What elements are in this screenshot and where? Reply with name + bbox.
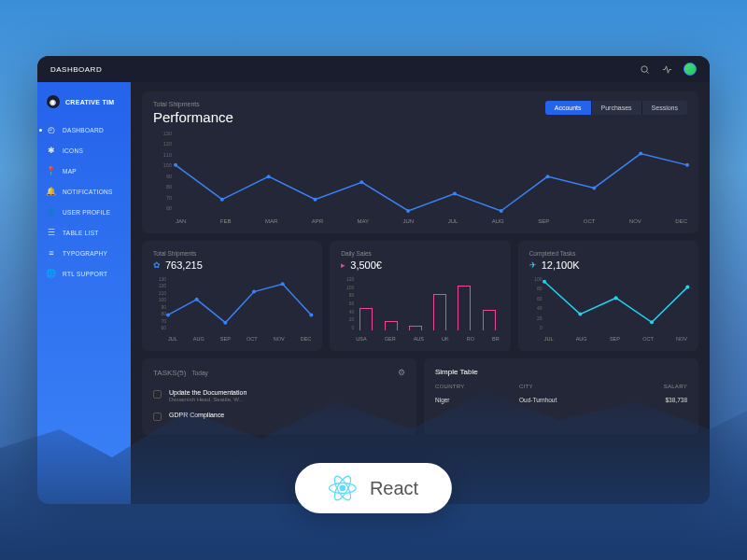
tab-purchases[interactable]: Purchases bbox=[592, 101, 642, 115]
svg-point-7 bbox=[406, 209, 410, 213]
performance-panel: Total Shipments Performance Accounts Pur… bbox=[142, 91, 698, 233]
topbar: DASHBOARD bbox=[37, 56, 710, 82]
send-icon: ✈ bbox=[529, 260, 537, 270]
sidebar-item-map[interactable]: 📍MAP bbox=[37, 161, 131, 181]
react-badge: React bbox=[295, 463, 452, 513]
activity-icon[interactable] bbox=[661, 63, 672, 75]
bell-icon: 🔔 bbox=[47, 187, 56, 196]
gear-icon[interactable]: ⚙ bbox=[398, 368, 405, 377]
svg-point-22 bbox=[613, 296, 617, 300]
bell-icon: ✿ bbox=[153, 260, 161, 270]
svg-point-3 bbox=[220, 198, 224, 202]
hero-subtitle: Total Shipments bbox=[153, 101, 233, 107]
svg-point-25 bbox=[340, 485, 345, 490]
sales-chart: 120100806040200USAGERAUSUKROBR bbox=[341, 276, 499, 342]
svg-point-23 bbox=[650, 320, 654, 324]
atom-icon: ✱ bbox=[47, 146, 56, 155]
svg-point-17 bbox=[252, 290, 256, 294]
svg-point-16 bbox=[223, 321, 227, 325]
svg-point-6 bbox=[359, 180, 363, 184]
table-header: COUNTRY CITY SALARY bbox=[435, 384, 687, 393]
svg-point-14 bbox=[166, 313, 170, 316]
user-icon: 👤 bbox=[47, 207, 56, 217]
list-icon: ☰ bbox=[47, 228, 56, 237]
svg-point-20 bbox=[543, 280, 546, 284]
task-row: Update the DocumentationDwuamish Head, S… bbox=[153, 385, 405, 407]
svg-point-18 bbox=[281, 282, 285, 286]
task-checkbox[interactable] bbox=[153, 413, 162, 421]
brand-label: CREATIVE TIM bbox=[65, 99, 114, 105]
sidebar-item-dashboard[interactable]: ◴DASHBOARD bbox=[37, 119, 131, 140]
svg-point-13 bbox=[685, 163, 689, 167]
react-icon bbox=[329, 474, 357, 502]
svg-point-2 bbox=[174, 163, 177, 167]
page-title: DASHBOARD bbox=[50, 65, 102, 74]
svg-point-24 bbox=[685, 286, 689, 289]
svg-point-5 bbox=[313, 198, 317, 202]
delivery-icon: ▸ bbox=[341, 260, 345, 270]
svg-line-1 bbox=[646, 71, 648, 73]
dashboard-icon: ◴ bbox=[47, 125, 56, 134]
sidebar-item-table-list[interactable]: ☰TABLE LIST bbox=[37, 222, 131, 243]
svg-point-4 bbox=[267, 175, 271, 178]
sidebar-item-notifications[interactable]: 🔔NOTIFICATIONS bbox=[37, 181, 131, 202]
svg-point-15 bbox=[195, 298, 199, 301]
svg-point-10 bbox=[546, 175, 550, 178]
sidebar-item-typography[interactable]: ≡TYPOGRAPHY bbox=[37, 243, 131, 263]
tasks-chart: 100806040200JULAUGSEPOCTNOV bbox=[529, 276, 687, 342]
svg-point-12 bbox=[639, 152, 642, 156]
brand-icon: ◉ bbox=[47, 95, 60, 108]
svg-point-21 bbox=[578, 313, 582, 316]
globe-icon: 🌐 bbox=[47, 269, 56, 278]
performance-chart: 13012011010090807060 JANFEBMARAPRMAYJUNJ… bbox=[153, 131, 687, 224]
hero-title: Performance bbox=[153, 109, 233, 125]
svg-point-9 bbox=[500, 209, 503, 213]
shipments-chart: 13012011010090807060JULAUGSEPOCTNOVDEC bbox=[153, 276, 311, 342]
hero-tabs: Accounts Purchases Sessions bbox=[545, 101, 687, 115]
svg-point-19 bbox=[309, 313, 313, 316]
brand[interactable]: ◉ CREATIVE TIM bbox=[37, 91, 131, 119]
text-icon: ≡ bbox=[47, 248, 56, 258]
topbar-actions bbox=[639, 63, 697, 76]
task-checkbox[interactable] bbox=[153, 390, 162, 399]
pin-icon: 📍 bbox=[47, 166, 56, 175]
svg-point-11 bbox=[592, 186, 596, 189]
svg-point-8 bbox=[453, 192, 457, 196]
search-icon[interactable] bbox=[639, 63, 650, 75]
react-label: React bbox=[370, 478, 418, 499]
sidebar-item-rtl-support[interactable]: 🌐RTL SUPPORT bbox=[37, 263, 131, 284]
avatar[interactable] bbox=[684, 63, 697, 76]
sidebar-item-icons[interactable]: ✱ICONS bbox=[37, 140, 131, 161]
total-shipments-panel: Total Shipments ✿763,215 130120110100908… bbox=[142, 241, 322, 351]
completed-tasks-panel: Completed Tasks ✈12,100K 100806040200JUL… bbox=[518, 241, 698, 351]
svg-point-0 bbox=[641, 65, 646, 71]
daily-sales-panel: Daily Sales ▸3,500€ 120100806040200USAGE… bbox=[330, 241, 510, 351]
tab-accounts[interactable]: Accounts bbox=[545, 101, 592, 115]
sidebar-item-user-profile[interactable]: 👤USER PROFILE bbox=[37, 202, 131, 222]
tab-sessions[interactable]: Sessions bbox=[642, 101, 687, 115]
